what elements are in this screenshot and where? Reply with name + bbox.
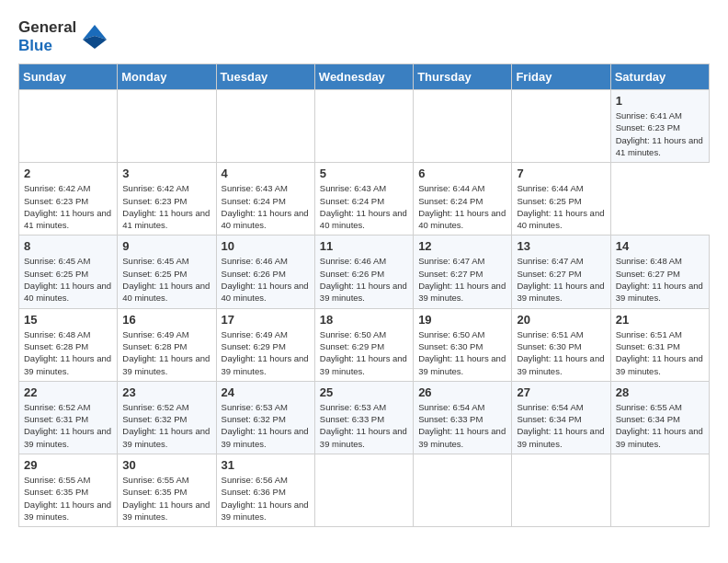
day-number: 14 — [616, 239, 704, 253]
day-info: Sunrise: 6:56 AM Sunset: 6:36 PM Dayligh… — [222, 474, 310, 523]
calendar-week-row: 29 Sunrise: 6:55 AM Sunset: 6:35 PM Dayl… — [19, 454, 710, 527]
day-number: 16 — [122, 313, 210, 327]
calendar-cell — [19, 90, 118, 163]
calendar-cell: 30 Sunrise: 6:55 AM Sunset: 6:35 PM Dayl… — [118, 454, 216, 527]
weekday-header: Sunday — [19, 64, 118, 90]
day-number: 5 — [320, 167, 408, 180]
day-number: 29 — [24, 458, 112, 472]
day-number: 30 — [122, 458, 210, 472]
weekday-header: Thursday — [414, 64, 512, 90]
logo: General Blue — [18, 18, 110, 54]
calendar-cell: 20 Sunrise: 6:51 AM Sunset: 6:30 PM Dayl… — [512, 308, 610, 381]
day-info: Sunrise: 6:44 AM Sunset: 6:25 PM Dayligh… — [517, 182, 605, 231]
calendar-cell — [414, 90, 512, 163]
calendar-cell — [610, 454, 709, 527]
day-info: Sunrise: 6:54 AM Sunset: 6:34 PM Dayligh… — [517, 401, 605, 450]
page-header: General Blue — [18, 18, 710, 54]
day-info: Sunrise: 6:46 AM Sunset: 6:26 PM Dayligh… — [222, 255, 310, 304]
calendar-week-row: 22 Sunrise: 6:52 AM Sunset: 6:31 PM Dayl… — [19, 381, 710, 454]
day-number: 21 — [616, 313, 704, 327]
day-info: Sunrise: 6:44 AM Sunset: 6:24 PM Dayligh… — [418, 182, 506, 231]
weekday-header: Wednesday — [314, 64, 413, 90]
day-info: Sunrise: 6:49 AM Sunset: 6:29 PM Dayligh… — [222, 328, 310, 377]
calendar-cell: 26 Sunrise: 6:54 AM Sunset: 6:33 PM Dayl… — [414, 381, 512, 454]
calendar-cell: 22 Sunrise: 6:52 AM Sunset: 6:31 PM Dayl… — [19, 381, 118, 454]
weekday-header: Saturday — [610, 64, 709, 90]
calendar-cell: 31 Sunrise: 6:56 AM Sunset: 6:36 PM Dayl… — [216, 454, 314, 527]
calendar-cell: 2 Sunrise: 6:42 AM Sunset: 6:23 PM Dayli… — [19, 163, 118, 236]
weekday-header: Monday — [118, 64, 216, 90]
day-number: 24 — [222, 385, 310, 399]
day-number: 8 — [24, 239, 112, 253]
day-number: 4 — [222, 167, 310, 180]
day-number: 25 — [320, 385, 408, 399]
day-info: Sunrise: 6:45 AM Sunset: 6:25 PM Dayligh… — [24, 255, 112, 304]
day-number: 11 — [320, 239, 408, 253]
calendar-cell: 19 Sunrise: 6:50 AM Sunset: 6:30 PM Dayl… — [414, 308, 512, 381]
day-number: 1 — [616, 94, 704, 108]
calendar-cell: 3 Sunrise: 6:42 AM Sunset: 6:23 PM Dayli… — [118, 163, 216, 236]
day-number: 6 — [418, 167, 506, 180]
day-number: 28 — [616, 385, 704, 399]
day-info: Sunrise: 6:53 AM Sunset: 6:33 PM Dayligh… — [320, 401, 408, 450]
calendar-week-row: 1 Sunrise: 6:41 AM Sunset: 6:23 PM Dayli… — [19, 90, 710, 163]
day-number: 26 — [418, 385, 506, 399]
calendar-body: 1 Sunrise: 6:41 AM Sunset: 6:23 PM Dayli… — [19, 90, 710, 527]
day-number: 17 — [222, 313, 310, 327]
calendar-week-row: 15 Sunrise: 6:48 AM Sunset: 6:28 PM Dayl… — [19, 308, 710, 381]
day-number: 19 — [418, 313, 506, 327]
day-info: Sunrise: 6:49 AM Sunset: 6:28 PM Dayligh… — [122, 328, 210, 377]
calendar-cell — [512, 90, 610, 163]
day-number: 3 — [122, 167, 210, 180]
calendar-table: SundayMondayTuesdayWednesdayThursdayFrid… — [18, 63, 710, 527]
day-info: Sunrise: 6:48 AM Sunset: 6:28 PM Dayligh… — [24, 328, 112, 377]
day-number: 22 — [24, 385, 112, 399]
day-number: 31 — [222, 458, 310, 472]
calendar-cell: 21 Sunrise: 6:51 AM Sunset: 6:31 PM Dayl… — [610, 308, 709, 381]
day-number: 27 — [517, 385, 605, 399]
calendar-cell: 4 Sunrise: 6:43 AM Sunset: 6:24 PM Dayli… — [216, 163, 314, 236]
weekday-header: Tuesday — [216, 64, 314, 90]
day-info: Sunrise: 6:42 AM Sunset: 6:23 PM Dayligh… — [122, 182, 210, 231]
calendar-cell: 14 Sunrise: 6:48 AM Sunset: 6:27 PM Dayl… — [610, 236, 709, 308]
calendar-cell: 29 Sunrise: 6:55 AM Sunset: 6:35 PM Dayl… — [19, 454, 118, 527]
calendar-header-row: SundayMondayTuesdayWednesdayThursdayFrid… — [19, 64, 710, 90]
day-info: Sunrise: 6:53 AM Sunset: 6:32 PM Dayligh… — [222, 401, 310, 450]
calendar-cell: 5 Sunrise: 6:43 AM Sunset: 6:24 PM Dayli… — [314, 163, 413, 236]
logo-icon — [79, 21, 110, 52]
day-info: Sunrise: 6:54 AM Sunset: 6:33 PM Dayligh… — [418, 401, 506, 450]
day-number: 13 — [517, 239, 605, 253]
calendar-week-row: 8 Sunrise: 6:45 AM Sunset: 6:25 PM Dayli… — [19, 236, 710, 308]
day-info: Sunrise: 6:47 AM Sunset: 6:27 PM Dayligh… — [517, 255, 605, 304]
calendar-cell: 1 Sunrise: 6:41 AM Sunset: 6:23 PM Dayli… — [610, 90, 709, 163]
day-info: Sunrise: 6:45 AM Sunset: 6:25 PM Dayligh… — [122, 255, 210, 304]
calendar-cell: 28 Sunrise: 6:55 AM Sunset: 6:34 PM Dayl… — [610, 381, 709, 454]
calendar-cell — [118, 90, 216, 163]
day-info: Sunrise: 6:48 AM Sunset: 6:27 PM Dayligh… — [616, 255, 704, 304]
calendar-cell: 6 Sunrise: 6:44 AM Sunset: 6:24 PM Dayli… — [414, 163, 512, 236]
day-number: 12 — [418, 239, 506, 253]
day-info: Sunrise: 6:50 AM Sunset: 6:30 PM Dayligh… — [418, 328, 506, 377]
day-info: Sunrise: 6:55 AM Sunset: 6:35 PM Dayligh… — [24, 474, 112, 523]
calendar-cell: 23 Sunrise: 6:52 AM Sunset: 6:32 PM Dayl… — [118, 381, 216, 454]
calendar-cell — [414, 454, 512, 527]
calendar-cell: 7 Sunrise: 6:44 AM Sunset: 6:25 PM Dayli… — [512, 163, 610, 236]
day-info: Sunrise: 6:50 AM Sunset: 6:29 PM Dayligh… — [320, 328, 408, 377]
day-info: Sunrise: 6:55 AM Sunset: 6:35 PM Dayligh… — [122, 474, 210, 523]
day-number: 9 — [122, 239, 210, 253]
calendar-cell: 27 Sunrise: 6:54 AM Sunset: 6:34 PM Dayl… — [512, 381, 610, 454]
logo-text: General Blue — [18, 18, 110, 54]
day-number: 15 — [24, 313, 112, 327]
day-info: Sunrise: 6:51 AM Sunset: 6:30 PM Dayligh… — [517, 328, 605, 377]
day-info: Sunrise: 6:55 AM Sunset: 6:34 PM Dayligh… — [616, 401, 704, 450]
day-number: 10 — [222, 239, 310, 253]
day-info: Sunrise: 6:46 AM Sunset: 6:26 PM Dayligh… — [320, 255, 408, 304]
day-number: 18 — [320, 313, 408, 327]
day-info: Sunrise: 6:41 AM Sunset: 6:23 PM Dayligh… — [616, 109, 704, 158]
calendar-cell — [314, 454, 413, 527]
calendar-cell: 18 Sunrise: 6:50 AM Sunset: 6:29 PM Dayl… — [314, 308, 413, 381]
day-info: Sunrise: 6:47 AM Sunset: 6:27 PM Dayligh… — [418, 255, 506, 304]
day-number: 23 — [122, 385, 210, 399]
calendar-cell: 25 Sunrise: 6:53 AM Sunset: 6:33 PM Dayl… — [314, 381, 413, 454]
calendar-cell: 8 Sunrise: 6:45 AM Sunset: 6:25 PM Dayli… — [19, 236, 118, 308]
